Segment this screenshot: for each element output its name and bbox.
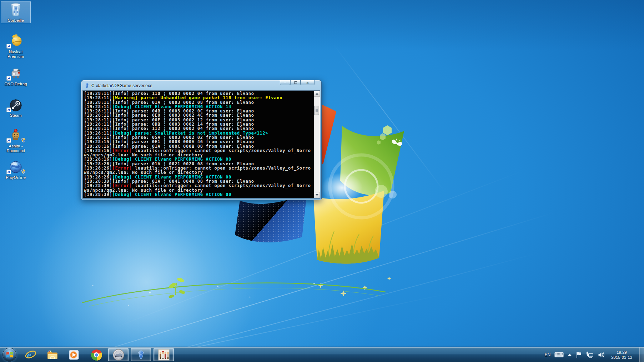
desktop-icon-label: Ashita - Raccourci [1,144,31,153]
show-hidden-icons-arrow[interactable] [568,353,572,356]
desktop-icon-label: O&O Defrag [1,82,31,86]
console-window: C:\darkstar\DSGame-server.exe – × [19:28… [81,80,322,200]
desktop-icon-label: Navicat Premium [1,50,31,59]
shortcut-arrow-badge [6,138,11,143]
wallpaper-light-streak [333,44,446,192]
console-body: [19:28:11][Info] parse: 118 ¦ 0003 0002 … [83,91,320,198]
wallpaper-light-streak [23,252,540,362]
windows-flag-icon [6,351,14,359]
desktop-icon-ashita[interactable]: Ashita - Raccourci [1,127,31,153]
close-button[interactable]: × [301,80,315,85]
shortcut-arrow-badge [6,44,11,49]
recycle-bin-icon [1,1,30,17]
media-player-icon [69,349,80,361]
shortcut-arrow-badge [6,170,11,174]
taskbar-windows-explorer[interactable] [46,349,59,361]
down-triangle-icon [316,194,318,196]
window-title: C:\darkstar\DSGame-server.exe [91,83,152,88]
system-tray: EN [545,347,644,362]
crystal-icon [85,82,89,89]
desktop-icon-oo-defrag[interactable]: O&O Defrag [1,65,31,86]
desktop-icon-recycle-bin[interactable]: Corbeille [1,1,31,23]
navicat-premium-icon [1,33,31,49]
taskbar-internet-explorer[interactable]: e [24,349,37,361]
ashita-icon [1,127,31,143]
uac-shield-icon [21,169,26,174]
ffxi-character-sprites-icon [158,349,170,361]
desktop-icon-playonline[interactable]: PlayOnline [1,159,31,180]
wallpaper-light-streak [0,212,555,362]
desktop-icon-label: Steam [1,113,31,118]
shortcut-arrow-badge [6,107,11,112]
wallpaper-vine [64,271,493,318]
maximize-icon [294,81,297,84]
title-bar[interactable]: C:\darkstar\DSGame-server.exe – × [81,80,321,91]
wallpaper-light-burst [11,182,282,362]
scroll-down-button[interactable] [314,192,320,198]
taskbar-window-ffxi-characters[interactable] [154,348,174,361]
taskbar-chrome[interactable] [90,349,103,361]
internet-explorer-icon: e [25,349,37,361]
taskbar: e [0,347,644,362]
language-indicator[interactable]: EN [545,352,551,357]
maximize-button[interactable] [290,80,301,85]
scrollbar[interactable] [314,91,320,198]
keyboard-icon[interactable] [554,352,564,358]
up-triangle-icon [316,93,318,95]
desktop[interactable]: Corbeille Navicat Premium [0,0,644,362]
show-desktop-button[interactable] [639,347,644,362]
steam-icon [1,96,31,112]
minimize-button[interactable]: – [280,80,290,85]
desktop-icon-navicat-premium[interactable]: Navicat Premium [1,33,31,59]
desktop-icon-label: PlayOnline [1,175,31,180]
chrome-icon [91,350,102,361]
tray-time: 19:29 [611,350,632,355]
volume-icon[interactable] [598,352,605,358]
console-output[interactable]: [19:28:11][Info] parse: 118 ¦ 0003 0002 … [83,91,314,198]
oo-defrag-icon [1,65,31,81]
scroll-thumb[interactable] [314,106,319,115]
taskbar-window-final-fantasy-xi[interactable] [108,348,129,361]
action-center-flag-icon[interactable] [576,351,582,358]
desktop-icon-steam[interactable]: Steam [1,96,31,118]
taskbar-window-dsgame-server[interactable] [131,348,151,361]
shortcut-arrow-badge [6,76,11,81]
crystal-icon [137,350,145,360]
scroll-up-button[interactable] [314,91,320,97]
folder-icon [46,349,59,361]
desktop-icon-label: Corbeille [1,18,30,23]
butterfly [391,137,403,146]
taskbar-media-player[interactable] [68,349,81,361]
playonline-icon [1,159,31,174]
sprout [168,277,186,299]
uac-shield-icon [21,137,26,143]
tray-date: 2015-03-13 [611,355,632,360]
network-icon[interactable] [586,351,594,358]
final-fantasy-xi-coin-icon [112,349,125,361]
clock[interactable]: 19:29 2015-03-13 [609,350,634,360]
start-button[interactable] [2,348,16,362]
